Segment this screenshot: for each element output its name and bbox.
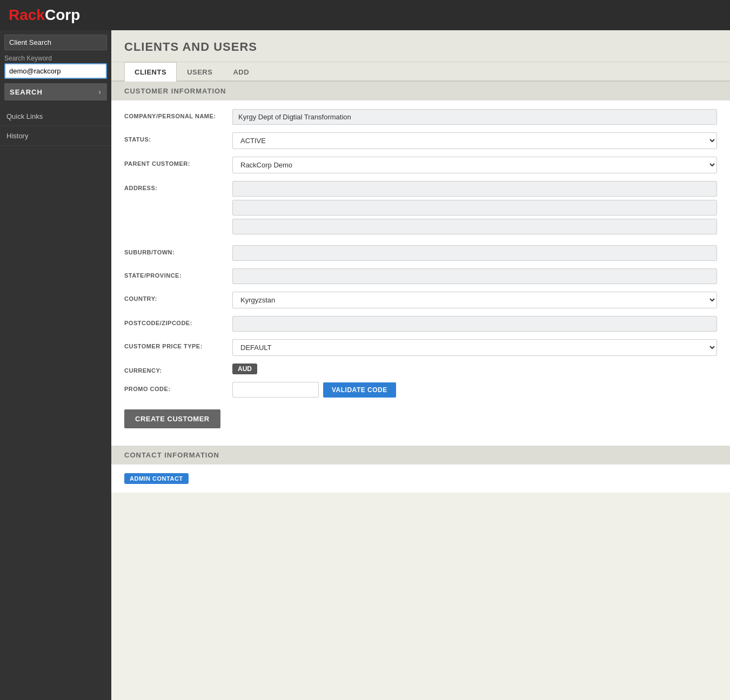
address-row: ADDRESS: xyxy=(124,181,717,238)
status-label: STATUS: xyxy=(124,132,232,143)
promo-code-field: VALIDATE CODE xyxy=(232,382,717,398)
validate-code-button[interactable]: VALIDATE CODE xyxy=(323,382,396,398)
contact-info-section-header: CONTACT INFORMATION xyxy=(111,446,730,465)
address-line2-input[interactable] xyxy=(232,200,717,216)
suburb-row: SUBURB/TOWN: xyxy=(124,245,717,261)
price-type-field: DEFAULT WHOLESALE RETAIL xyxy=(232,339,717,356)
country-row: COUNTRY: Australia Kyrgyzstan United Sta… xyxy=(124,292,717,308)
page-title-area: CLIENTS AND USERS xyxy=(111,30,730,62)
state-field xyxy=(232,268,717,284)
country-field: Australia Kyrgyzstan United States Unite… xyxy=(232,292,717,308)
contact-form: ADMIN CONTACT xyxy=(111,465,730,493)
search-button-label: SEARCH xyxy=(10,88,43,96)
postcode-input[interactable] xyxy=(232,316,717,332)
sidebar: Client Search Search Keyword SEARCH › Qu… xyxy=(0,30,111,700)
company-name-input[interactable] xyxy=(232,109,717,125)
client-search-dropdown[interactable]: Client Search xyxy=(4,35,107,50)
company-name-row: COMPANY/PERSONAL NAME: xyxy=(124,109,717,125)
logo: RackCorp xyxy=(9,6,80,24)
status-field: ACTIVE INACTIVE SUSPENDED xyxy=(232,132,717,149)
postcode-field xyxy=(232,316,717,332)
page-title: CLIENTS AND USERS xyxy=(124,40,717,54)
search-input[interactable] xyxy=(4,63,107,79)
state-label: STATE/PROVINCE: xyxy=(124,268,232,279)
address-label: ADDRESS: xyxy=(124,181,232,191)
parent-customer-select[interactable]: RackCorp Demo xyxy=(232,157,717,173)
search-dropdown-wrap: Client Search xyxy=(0,30,111,52)
state-row: STATE/PROVINCE: xyxy=(124,268,717,284)
promo-code-input[interactable] xyxy=(232,382,319,398)
currency-row: CURRENCY: AUD xyxy=(124,364,717,374)
search-keyword-label: Search Keyword xyxy=(0,52,111,63)
search-arrow-icon: › xyxy=(98,88,102,96)
customer-info-section-header: CUSTOMER INFORMATION xyxy=(111,82,730,100)
country-label: COUNTRY: xyxy=(124,292,232,302)
sidebar-item-quick-links[interactable]: Quick Links xyxy=(0,107,111,126)
customer-form: COMPANY/PERSONAL NAME: STATUS: ACTIVE IN… xyxy=(111,100,730,446)
status-select[interactable]: ACTIVE INACTIVE SUSPENDED xyxy=(232,132,717,149)
country-select[interactable]: Australia Kyrgyzstan United States Unite… xyxy=(232,292,717,308)
company-name-label: COMPANY/PERSONAL NAME: xyxy=(124,109,232,119)
status-row: STATUS: ACTIVE INACTIVE SUSPENDED xyxy=(124,132,717,149)
layout: Client Search Search Keyword SEARCH › Qu… xyxy=(0,30,730,700)
parent-customer-field: RackCorp Demo xyxy=(232,157,717,173)
search-button[interactable]: SEARCH › xyxy=(4,83,107,100)
tabs-bar: CLIENTS USERS ADD xyxy=(111,62,730,82)
suburb-input[interactable] xyxy=(232,245,717,261)
price-type-label: CUSTOMER PRICE TYPE: xyxy=(124,339,232,349)
currency-field: AUD xyxy=(232,364,717,374)
main-content: CLIENTS AND USERS CLIENTS USERS ADD CUST… xyxy=(111,30,730,700)
tab-users[interactable]: USERS xyxy=(177,62,223,82)
company-name-field xyxy=(232,109,717,125)
logo-corp: Corp xyxy=(45,6,80,23)
promo-code-row: PROMO CODE: VALIDATE CODE xyxy=(124,382,717,398)
sidebar-item-history[interactable]: History xyxy=(0,126,111,146)
header: RackCorp xyxy=(0,0,730,30)
address-line1-input[interactable] xyxy=(232,181,717,197)
postcode-row: POSTCODE/ZIPCODE: xyxy=(124,316,717,332)
logo-rack: Rack xyxy=(9,6,45,23)
admin-contact-badge[interactable]: ADMIN CONTACT xyxy=(124,473,189,484)
promo-code-label: PROMO CODE: xyxy=(124,382,232,392)
parent-customer-row: PARENT CUSTOMER: RackCorp Demo xyxy=(124,157,717,173)
price-type-select[interactable]: DEFAULT WHOLESALE RETAIL xyxy=(232,339,717,356)
currency-label: CURRENCY: xyxy=(124,364,232,374)
create-customer-button[interactable]: CREATE CUSTOMER xyxy=(124,409,220,428)
parent-customer-label: PARENT CUSTOMER: xyxy=(124,157,232,167)
suburb-label: SUBURB/TOWN: xyxy=(124,245,232,255)
address-field xyxy=(232,181,717,238)
suburb-field xyxy=(232,245,717,261)
postcode-label: POSTCODE/ZIPCODE: xyxy=(124,316,232,326)
tab-add[interactable]: ADD xyxy=(223,62,259,82)
currency-badge: AUD xyxy=(232,364,257,374)
address-line3-input[interactable] xyxy=(232,219,717,234)
state-input[interactable] xyxy=(232,268,717,284)
tab-clients[interactable]: CLIENTS xyxy=(124,62,177,82)
price-type-row: CUSTOMER PRICE TYPE: DEFAULT WHOLESALE R… xyxy=(124,339,717,356)
